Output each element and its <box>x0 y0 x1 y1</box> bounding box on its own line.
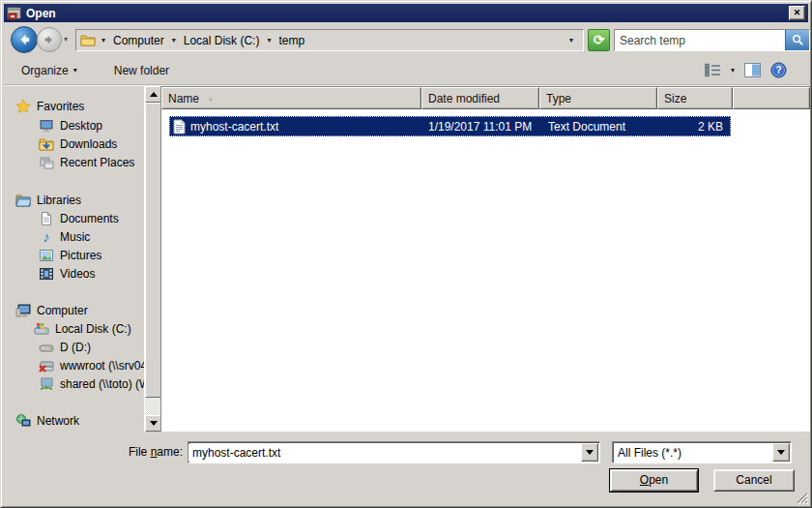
breadcrumb-item-temp[interactable]: temp <box>276 33 306 48</box>
down-arrow-icon <box>150 421 158 426</box>
file-name-combo <box>188 441 600 463</box>
column-label: Size <box>664 92 686 105</box>
sidebar-label: shared (\\toto) (W <box>60 377 144 391</box>
column-header-type[interactable]: Type <box>539 87 657 109</box>
close-button[interactable]: ✕ <box>789 6 805 20</box>
sidebar-label: Libraries <box>37 194 81 207</box>
breadcrumb-dropdown-arrow[interactable]: ▾ <box>569 36 573 45</box>
forward-arrow-icon <box>43 33 56 46</box>
sidebar-label: Music <box>60 230 90 244</box>
preview-pane-icon[interactable] <box>744 63 761 77</box>
file-date-cell: 1/19/2017 11:01 PM <box>421 120 539 134</box>
scrollbar-thumb[interactable] <box>145 103 161 398</box>
sidebar-label: Downloads <box>60 137 117 151</box>
sidebar-label: Favorites <box>37 100 84 113</box>
toolbar-right-group: ▾ ? <box>705 62 787 78</box>
refresh-button[interactable]: ⟳ <box>588 29 610 51</box>
breadcrumb-separator[interactable]: ▾ <box>267 36 271 45</box>
sidebar-item-desktop[interactable]: Desktop <box>5 116 144 134</box>
sidebar-item-local-disk-c[interactable]: Local Disk (C:) <box>5 319 144 338</box>
column-header-date-modified[interactable]: Date modified <box>421 87 539 109</box>
file-name-dropdown-button[interactable] <box>581 443 598 462</box>
help-icon[interactable]: ? <box>770 62 787 78</box>
recent-places-icon <box>39 155 54 170</box>
column-header-name[interactable]: Name ▴ <box>161 87 421 109</box>
search-input[interactable] <box>615 30 785 50</box>
navigation-pane: Favorites Desktop Downloads Recent Place… <box>5 86 144 432</box>
network-drive-icon <box>39 376 54 392</box>
views-dropdown-arrow[interactable]: ▾ <box>731 66 735 75</box>
music-note-icon: ♪ <box>39 229 54 245</box>
organize-button[interactable]: Organize ▾ <box>14 60 85 81</box>
column-label: Date modified <box>428 92 500 105</box>
dropdown-arrow-icon <box>586 450 594 455</box>
search-box <box>614 29 810 51</box>
downloads-icon <box>39 136 54 152</box>
videos-icon <box>39 266 54 282</box>
file-name-label: File name: <box>94 445 183 459</box>
cancel-button[interactable]: Cancel <box>713 469 795 492</box>
file-name-cell: myhost-cacert.txt <box>170 119 421 134</box>
file-row-selected[interactable]: myhost-cacert.txt 1/19/2017 11:01 PM Tex… <box>169 116 731 136</box>
sidebar-item-wwwroot[interactable]: wwwroot (\\srv04\ <box>5 356 144 374</box>
breadcrumb-separator[interactable]: ▾ <box>172 36 176 45</box>
sidebar-item-recent-places[interactable]: Recent Places <box>5 153 144 171</box>
breadcrumb: ▾ Computer ▾ Local Disk (C:) ▾ temp ▾ <box>75 29 584 51</box>
sidebar-label: wwwroot (\\srv04\ <box>60 359 144 373</box>
column-header-size[interactable]: Size <box>657 87 733 109</box>
forward-button[interactable] <box>37 27 62 52</box>
file-type-value: All Files (*.*) <box>613 444 771 462</box>
sidebar-label: D (D:) <box>60 341 91 354</box>
search-button[interactable] <box>785 30 809 50</box>
sidebar-item-documents[interactable]: Documents <box>5 209 144 227</box>
file-type-dropdown-button[interactable] <box>772 443 790 462</box>
libraries-icon <box>15 193 31 208</box>
document-icon <box>39 211 54 226</box>
folder-icon[interactable] <box>80 33 96 48</box>
scroll-up-button[interactable] <box>145 86 161 103</box>
back-arrow-icon <box>16 32 32 47</box>
dropdown-arrow-icon <box>777 450 785 455</box>
computer-icon <box>15 303 31 318</box>
file-type-combo[interactable]: All Files (*.*) <box>612 441 792 463</box>
search-icon <box>792 34 804 46</box>
sidebar-item-pictures[interactable]: Pictures <box>5 246 144 264</box>
sort-ascending-icon: ▴ <box>209 94 213 103</box>
open-dialog-window: Open ✕ ▾ ▾ Computer ▾ Local Disk (C:) ▾ … <box>0 0 812 508</box>
scroll-down-button[interactable] <box>145 415 161 432</box>
sidebar-group-libraries[interactable]: Libraries <box>5 191 144 209</box>
sidebar-item-shared[interactable]: shared (\\toto) (W <box>5 374 144 393</box>
desktop-icon <box>39 118 54 134</box>
column-headers: Name ▴ Date modified Type Size <box>161 87 810 109</box>
file-name-input[interactable] <box>188 444 580 462</box>
sidebar-item-d-drive[interactable]: D (D:) <box>5 338 144 356</box>
sidebar-item-downloads[interactable]: Downloads <box>5 134 144 153</box>
open-button[interactable]: Open <box>610 469 698 492</box>
title-bar: Open ✕ <box>4 4 808 22</box>
new-folder-button[interactable]: New folder <box>106 60 177 81</box>
navigation-bar: ▾ ▾ Computer ▾ Local Disk (C:) ▾ temp ▾ … <box>4 22 808 56</box>
file-name: myhost-cacert.txt <box>190 120 278 134</box>
views-icon[interactable] <box>705 63 721 77</box>
breadcrumb-separator[interactable]: ▾ <box>102 36 105 45</box>
breadcrumb-item-local-disk[interactable]: Local Disk (C:) <box>182 33 262 48</box>
recent-pages-chevron[interactable]: ▾ <box>64 35 68 44</box>
breadcrumb-item-computer[interactable]: Computer <box>111 33 166 48</box>
star-icon <box>15 99 31 114</box>
local-disk-icon <box>34 321 49 337</box>
sidebar-group-network[interactable]: Network <box>5 411 144 430</box>
sidebar-group-favorites[interactable]: Favorites <box>5 97 144 115</box>
back-button[interactable] <box>11 26 38 53</box>
drive-icon <box>39 340 54 355</box>
file-size-cell: 2 KB <box>657 120 727 134</box>
sidebar-scrollbar[interactable] <box>144 86 160 432</box>
sidebar-label: Desktop <box>60 119 102 133</box>
scrollbar-track[interactable] <box>145 398 161 415</box>
sidebar-group-computer[interactable]: Computer <box>5 301 144 319</box>
sidebar-label: Pictures <box>60 249 102 262</box>
sidebar-item-music[interactable]: ♪ Music <box>5 227 144 246</box>
resize-grip[interactable] <box>796 492 808 504</box>
sidebar-item-videos[interactable]: Videos <box>5 264 144 283</box>
application-icon <box>7 6 22 21</box>
sidebar-label: Local Disk (C:) <box>55 322 131 336</box>
